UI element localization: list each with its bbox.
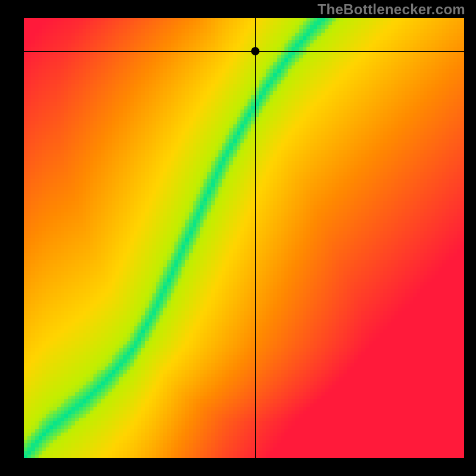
crosshair-horizontal — [24, 51, 464, 52]
bottleneck-heatmap — [24, 18, 464, 458]
crosshair-vertical — [255, 18, 256, 458]
chart-frame: TheBottlenecker.com — [0, 0, 476, 476]
watermark-text: TheBottlenecker.com — [318, 1, 465, 18]
selection-marker — [251, 47, 259, 55]
